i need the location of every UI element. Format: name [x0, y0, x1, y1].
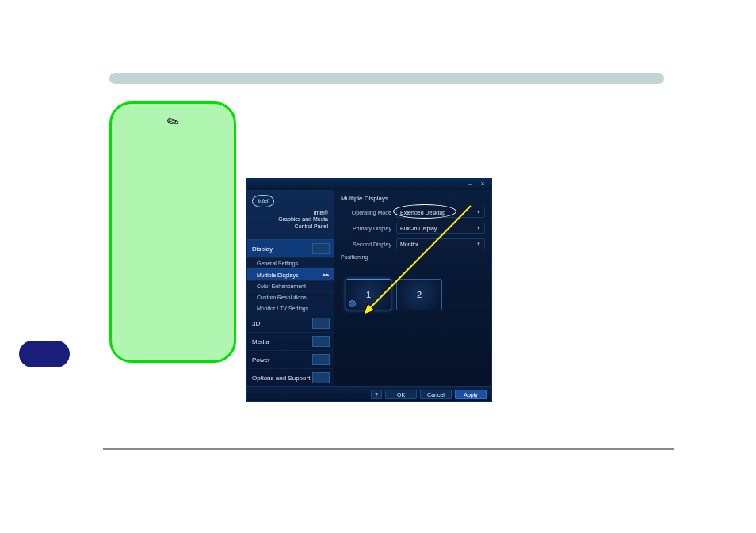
chevron-down-icon: ▼ [476, 242, 481, 246]
brand-line: Control Panel [252, 223, 328, 230]
nav-options-support[interactable]: Options and Support [247, 368, 334, 386]
second-display-dropdown[interactable]: Monitor ▼ [396, 238, 485, 249]
display-number: 1 [366, 290, 371, 299]
subnav-label: Color Enhancement [257, 284, 306, 289]
subnav-label: Multiple Displays [257, 272, 299, 278]
note-callout: ✎ [109, 101, 236, 363]
nav-label: Display [252, 246, 273, 253]
brand-line: Intel® [252, 210, 328, 216]
header-bar [109, 73, 664, 84]
footer-divider [103, 448, 674, 450]
chevron-down-icon: ▼ [476, 226, 481, 230]
dropdown-value: Monitor [400, 242, 418, 247]
subnav-custom-resolutions[interactable]: Custom Resolutions [247, 291, 334, 303]
help-button[interactable]: ? [371, 390, 382, 399]
camera-icon [312, 336, 330, 347]
minimize-button[interactable]: – [466, 181, 474, 187]
nav-power[interactable]: Power [247, 350, 334, 368]
nav-label: Options and Support [252, 375, 310, 382]
ok-button[interactable]: OK [385, 390, 417, 399]
button-bar: ? OK Cancel Apply [247, 386, 491, 401]
subnav-multiple-displays[interactable]: Multiple Displays ▸▸ [247, 268, 334, 280]
display-number: 2 [417, 290, 422, 299]
chevron-right-icon: ▸▸ [323, 272, 330, 278]
display-box-2[interactable]: 2 [396, 279, 442, 310]
cube-icon [312, 318, 330, 329]
apply-button[interactable]: Apply [455, 390, 487, 399]
cancel-button[interactable]: Cancel [420, 390, 452, 399]
primary-display-label: Primary Display [341, 226, 396, 231]
subnav-label: Monitor / TV Settings [257, 306, 308, 311]
brand-block: intel Intel® Graphics and Media Control … [247, 190, 334, 236]
subnav-monitor-tv-settings[interactable]: Monitor / TV Settings [247, 303, 334, 314]
window-titlebar: – × [247, 179, 491, 190]
monitor-icon [312, 243, 330, 254]
subnav-color-enhancement[interactable]: Color Enhancement [247, 280, 334, 291]
page-badge [19, 341, 70, 367]
subnav-label: Custom Resolutions [257, 295, 307, 300]
nav-label: Media [252, 338, 269, 345]
dropdown-value: Built-in Display [400, 226, 437, 231]
operating-mode-label: Operating Mode [341, 210, 396, 215]
display-box-1[interactable]: 1 [346, 279, 391, 310]
chevron-down-icon: ▼ [476, 210, 481, 215]
subnav-general-settings[interactable]: General Settings [247, 257, 334, 268]
power-icon [312, 354, 330, 365]
intel-logo: intel [252, 195, 274, 207]
nav-3d[interactable]: 3D [247, 314, 334, 332]
subnav-label: General Settings [257, 261, 298, 266]
display-arrangement[interactable]: 1 2 [346, 279, 485, 310]
main-content: Multiple Displays Operating Mode Extende… [334, 190, 491, 386]
close-button[interactable]: × [479, 181, 487, 187]
dropdown-value: Extended Desktop [400, 210, 445, 215]
primary-display-dropdown[interactable]: Built-in Display ▼ [396, 223, 485, 234]
nav-media[interactable]: Media [247, 332, 334, 350]
gear-icon [312, 372, 330, 383]
nav-label: Power [252, 356, 270, 364]
operating-mode-dropdown[interactable]: Extended Desktop ▼ [396, 207, 485, 218]
pencil-icon: ✎ [164, 112, 183, 133]
section-title: Multiple Displays [341, 195, 485, 202]
intel-control-panel: – × intel Intel® Graphics and Media Cont… [246, 178, 492, 402]
sidebar: intel Intel® Graphics and Media Control … [247, 190, 334, 386]
positioning-label: Positioning [341, 254, 485, 260]
nav-label: 3D [252, 320, 260, 327]
second-display-label: Second Display [341, 242, 396, 247]
nav-display[interactable]: Display [247, 239, 334, 257]
windows-flag-icon [349, 300, 356, 307]
brand-line: Graphics and Media [252, 216, 328, 223]
